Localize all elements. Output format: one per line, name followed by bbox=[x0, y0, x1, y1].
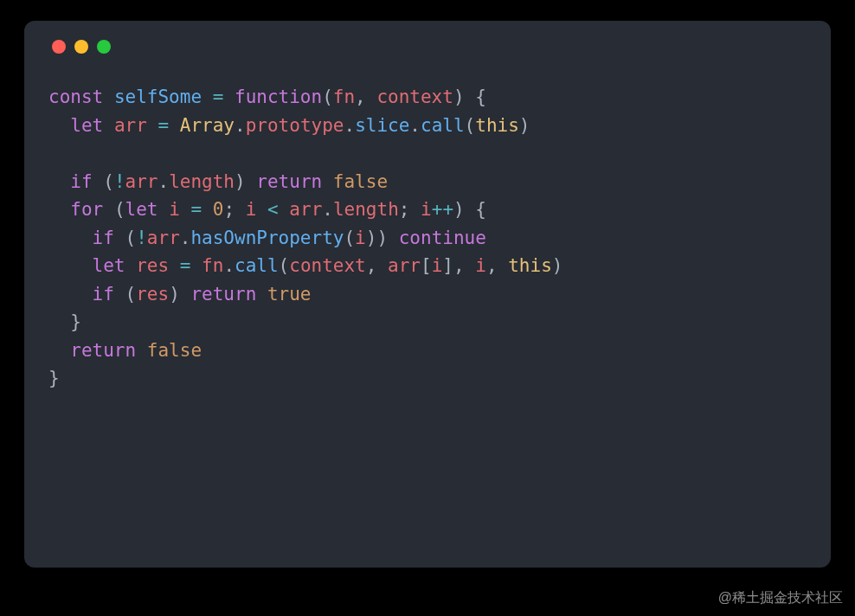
prop-length: length bbox=[169, 171, 235, 192]
comma: , bbox=[366, 255, 388, 276]
paren: )) bbox=[366, 228, 399, 248]
bracket: ], bbox=[442, 255, 475, 276]
var-i: i bbox=[355, 228, 366, 248]
param-fn: fn bbox=[333, 87, 355, 107]
dot: . bbox=[409, 115, 421, 136]
semi: ; bbox=[399, 199, 421, 220]
var-i: i bbox=[475, 255, 486, 276]
keyword-return: return bbox=[256, 171, 322, 192]
keyword-let: let bbox=[93, 255, 125, 276]
var-arr: arr bbox=[147, 228, 180, 248]
prop-length: length bbox=[333, 199, 399, 220]
var-arr: arr bbox=[388, 255, 421, 276]
keyword-return: return bbox=[190, 284, 256, 305]
keyword-function: function bbox=[235, 87, 322, 107]
paren: ) bbox=[169, 284, 190, 305]
paren: ( bbox=[114, 199, 125, 220]
op-eq: = bbox=[190, 199, 202, 220]
op-eq: = bbox=[213, 87, 224, 107]
var-arr: arr bbox=[125, 171, 158, 192]
op-eq: = bbox=[180, 255, 191, 276]
bool-true: true bbox=[267, 284, 312, 305]
paren: ( bbox=[103, 171, 114, 192]
keyword-if: if bbox=[70, 171, 92, 192]
keyword-const: const bbox=[48, 87, 103, 107]
dot: . bbox=[180, 228, 191, 248]
var-context: context bbox=[289, 255, 366, 276]
paren: ( bbox=[279, 255, 290, 276]
bool-false: false bbox=[147, 340, 202, 361]
var-i: i bbox=[432, 255, 443, 276]
fn-call: call bbox=[421, 115, 465, 136]
var-i: i bbox=[246, 199, 257, 220]
keyword-if: if bbox=[93, 228, 114, 248]
paren: ( bbox=[322, 87, 333, 107]
op-eq: = bbox=[158, 115, 169, 136]
bracket: [ bbox=[421, 255, 432, 276]
comma: , bbox=[486, 255, 508, 276]
paren: ) bbox=[235, 171, 256, 192]
keyword-this: this bbox=[508, 255, 552, 276]
keyword-let: let bbox=[70, 115, 103, 136]
brace: } bbox=[70, 311, 81, 332]
paren: ) bbox=[519, 115, 530, 136]
close-icon[interactable] bbox=[52, 40, 66, 54]
dot: . bbox=[322, 199, 333, 220]
minimize-icon[interactable] bbox=[74, 40, 88, 54]
dot: . bbox=[235, 115, 246, 136]
paren: ) { bbox=[453, 199, 486, 220]
prop-prototype: prototype bbox=[246, 115, 344, 136]
keyword-continue: continue bbox=[399, 228, 486, 248]
dot: . bbox=[344, 115, 355, 136]
bool-false: false bbox=[333, 171, 388, 192]
op-bang: ! bbox=[114, 171, 125, 192]
dot: . bbox=[223, 255, 235, 276]
traffic-lights bbox=[52, 40, 807, 54]
code-block: const selfSome = function(fn, context) {… bbox=[48, 83, 807, 393]
keyword-this: this bbox=[475, 115, 519, 136]
param-context: context bbox=[376, 87, 453, 107]
paren: ( bbox=[465, 115, 476, 136]
keyword-for: for bbox=[70, 199, 103, 220]
paren: ( bbox=[125, 284, 137, 305]
var-res: res bbox=[136, 255, 169, 276]
fn-hasOwnProperty: hasOwnProperty bbox=[190, 228, 344, 248]
var-arr: arr bbox=[114, 115, 147, 136]
brace: } bbox=[48, 368, 60, 388]
var-i: i bbox=[421, 199, 432, 220]
fn-selfSome: selfSome bbox=[114, 87, 202, 107]
maximize-icon[interactable] bbox=[97, 40, 111, 54]
watermark: @稀土掘金技术社区 bbox=[718, 589, 843, 607]
keyword-let: let bbox=[125, 199, 158, 220]
semi: ; bbox=[223, 199, 245, 220]
code-window: const selfSome = function(fn, context) {… bbox=[24, 21, 831, 568]
num-zero: 0 bbox=[213, 199, 224, 220]
paren: ( bbox=[344, 228, 355, 248]
fn-call: call bbox=[235, 255, 279, 276]
keyword-return: return bbox=[70, 340, 136, 361]
op-lt: < bbox=[267, 199, 279, 220]
keyword-if: if bbox=[93, 284, 114, 305]
var-i: i bbox=[169, 199, 180, 220]
fn-slice: slice bbox=[355, 115, 409, 136]
comma: , bbox=[355, 87, 376, 107]
paren: ( bbox=[125, 228, 137, 248]
var-res: res bbox=[136, 284, 169, 305]
dot: . bbox=[158, 171, 170, 192]
op-pp: ++ bbox=[432, 199, 453, 220]
var-fn: fn bbox=[202, 255, 223, 276]
paren: ) { bbox=[453, 87, 486, 107]
class-array: Array bbox=[180, 115, 235, 136]
paren: ) bbox=[552, 255, 563, 276]
var-arr: arr bbox=[289, 199, 322, 220]
op-bang: ! bbox=[136, 228, 147, 248]
